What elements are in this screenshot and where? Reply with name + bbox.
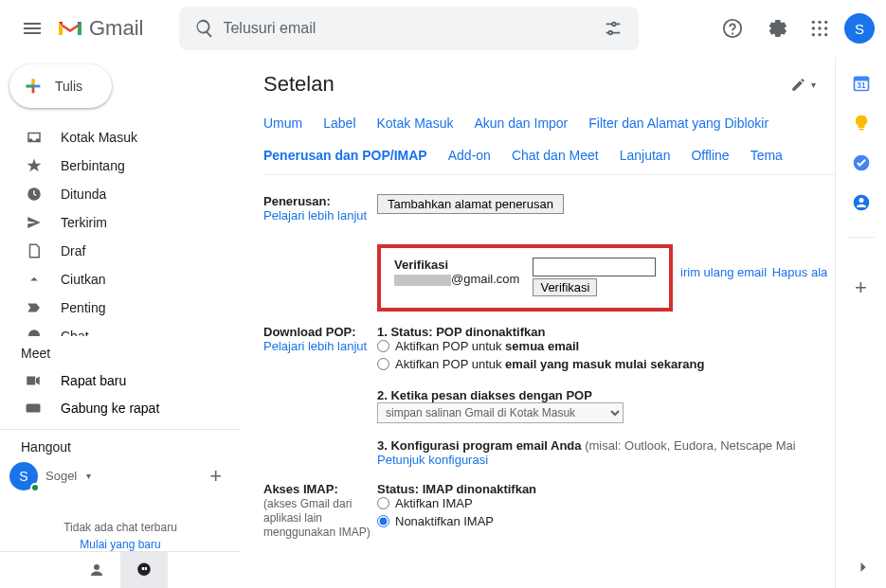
verify-button[interactable]: Verifikasi (533, 278, 597, 296)
imap-disable-radio[interactable]: Nonaktifkan IMAP (377, 514, 835, 528)
pop-learn-link[interactable]: Pelajari lebih lanjut (263, 339, 367, 353)
tab-akun[interactable]: Akun dan Impor (474, 116, 568, 131)
sidebar-item-inbox[interactable]: Kotak Masuk (0, 123, 241, 151)
tab-umum[interactable]: Umum (263, 116, 302, 131)
pop-status-line: 1. Status: POP dinonaktifkan (377, 325, 835, 339)
sidebar-item-collapse[interactable]: Ciutkan (0, 265, 241, 294)
send-icon (25, 214, 44, 231)
meet-section-title: Meet (0, 336, 241, 366)
tab-penerusan-pop-imap[interactable]: Penerusan dan POP/IMAP (263, 148, 427, 163)
apps-button[interactable] (801, 9, 839, 47)
help-icon (722, 18, 743, 39)
imap-label: Akses IMAP: (263, 482, 338, 496)
hangout-start-link[interactable]: Mulai yang baru (0, 538, 241, 551)
svg-point-5 (824, 21, 827, 24)
help-button[interactable] (714, 9, 751, 47)
compose-label: Tulis (55, 79, 82, 94)
sidebar-item-important[interactable]: Penting (0, 294, 241, 322)
meet-new-button[interactable]: Rapat baru (0, 366, 241, 394)
settings-body: Penerusan: Pelajari lebih lanjut Tambahk… (263, 175, 835, 539)
svg-point-11 (824, 33, 827, 36)
bottom-hangouts-button[interactable] (120, 552, 168, 588)
imap-section: Akses IMAP: (akses Gmail dari aplikasi l… (263, 482, 835, 539)
tab-tema[interactable]: Tema (750, 148, 783, 163)
sidebar-item-label: Penting (61, 300, 105, 315)
header-actions: S (714, 9, 875, 47)
resend-email-link[interactable]: irim ulang email (680, 265, 767, 279)
get-addons-button[interactable]: + (855, 276, 867, 300)
settings-edit-button[interactable]: ▾ (790, 76, 816, 93)
compose-button[interactable]: Tulis (9, 64, 112, 108)
settings-button[interactable] (757, 9, 795, 47)
tab-offline[interactable]: Offline (691, 148, 729, 163)
pop-enable-new-radio[interactable]: Aktifkan POP untuk email yang masuk mula… (377, 357, 835, 371)
bottom-person-button[interactable] (73, 552, 120, 588)
collapse-side-panel-button[interactable] (854, 558, 873, 577)
account-avatar[interactable]: S (844, 13, 875, 44)
imap-status-line: Status: IMAP dinonaktifkan (377, 482, 835, 496)
pop-step3-label: 3. Konfigurasi program email Anda (misal… (377, 438, 835, 453)
contacts-app-button[interactable] (852, 193, 871, 212)
hangout-new-chat-button[interactable]: + (209, 464, 222, 489)
hangout-section-title: Hangout (0, 436, 241, 460)
sidebar-item-drafts[interactable]: Draf (0, 237, 241, 265)
star-icon (25, 157, 44, 174)
settings-tabs: Umum Label Kotak Masuk Akun dan Impor Fi… (263, 106, 835, 175)
svg-point-9 (812, 33, 815, 36)
clock-icon (25, 186, 44, 203)
forwarding-learn-link[interactable]: Pelajari lebih lanjut (263, 208, 367, 223)
pop-action-select[interactable]: simpan salinan Gmail di Kotak Masuk (377, 402, 624, 423)
contacts-icon (852, 193, 871, 212)
gmail-logo[interactable]: Gmail (57, 16, 143, 41)
main-menu-button[interactable] (11, 8, 53, 49)
tab-label[interactable]: Label (323, 116, 355, 131)
tab-kotak-masuk[interactable]: Kotak Masuk (377, 116, 454, 131)
pencil-icon (790, 76, 807, 93)
tab-lanjutan[interactable]: Lanjutan (620, 148, 671, 163)
app-header: Gmail S (0, 0, 886, 57)
search-input[interactable] (223, 20, 595, 37)
tab-chat-meet[interactable]: Chat dan Meet (512, 148, 599, 163)
verification-email: @gmail.com (394, 272, 519, 286)
delete-address-link[interactable]: Hapus ala (772, 265, 828, 279)
tab-addon[interactable]: Add-on (448, 148, 491, 163)
redacted-text (394, 275, 451, 286)
sidebar-item-sent[interactable]: Terkirim (0, 208, 241, 237)
chevron-up-icon (25, 271, 44, 288)
pop-label: Download POP: (263, 325, 356, 339)
tab-filter[interactable]: Filter dan Alamat yang Diblokir (588, 116, 768, 131)
tasks-icon (852, 153, 871, 172)
sidebar: Tulis Kotak Masuk Berbintang Ditunda Ter… (0, 57, 241, 588)
sidebar-item-chat[interactable]: Chat (0, 322, 241, 337)
caret-down-icon: ▾ (86, 471, 91, 481)
hangout-avatar: S (9, 462, 38, 490)
keyboard-icon (25, 400, 44, 417)
pop-step2-label: 2. Ketika pesan diakses dengan POP (377, 388, 835, 402)
folder-list: Kotak Masuk Berbintang Ditunda Terkirim … (0, 123, 241, 337)
hangout-user-button[interactable]: S Sogel ▾ (9, 462, 91, 490)
search-icon[interactable] (187, 10, 223, 46)
search-bar[interactable] (179, 7, 639, 50)
tune-icon[interactable] (595, 10, 631, 46)
tasks-app-button[interactable] (852, 153, 871, 172)
sidebar-item-snoozed[interactable]: Ditunda (0, 180, 241, 208)
svg-point-7 (818, 27, 821, 29)
imap-enable-radio[interactable]: Aktifkan IMAP (377, 496, 835, 510)
verification-code-input[interactable] (533, 258, 656, 276)
meet-join-button[interactable]: Gabung ke rapat (0, 394, 241, 421)
add-forwarding-address-button[interactable]: Tambahkan alamat penerusan (377, 194, 564, 214)
verification-title: Verifikasi (394, 258, 519, 272)
caret-down-icon: ▾ (811, 80, 816, 90)
videocam-icon (25, 372, 44, 389)
pop-enable-all-radio[interactable]: Aktifkan POP untuk semua email (377, 339, 835, 353)
keep-app-button[interactable] (852, 114, 871, 133)
side-panel: 31 + (835, 57, 886, 588)
sidebar-item-starred[interactable]: Berbintang (0, 151, 241, 180)
person-icon (88, 561, 105, 579)
gear-icon (766, 18, 787, 39)
svg-point-10 (818, 33, 821, 36)
inbox-icon (25, 129, 44, 146)
svg-point-16 (94, 564, 99, 570)
pop-config-link[interactable]: Petunjuk konfigurasi (377, 453, 835, 467)
calendar-app-button[interactable]: 31 (852, 74, 871, 93)
